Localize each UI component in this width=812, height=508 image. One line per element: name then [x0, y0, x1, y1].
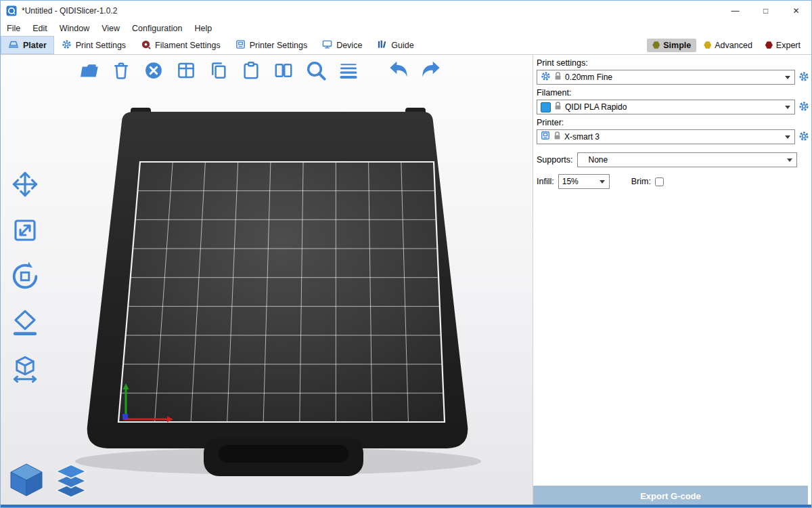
app-window: *Untitled - QIDISlicer-1.0.2 — □ ✕ File … — [0, 0, 812, 508]
editor-3d-view-button[interactable] — [7, 461, 45, 501]
menu-view[interactable]: View — [95, 24, 126, 33]
gear-icon — [541, 71, 551, 84]
tabbar: Plater Print Settings Filament Settings … — [1, 36, 811, 55]
filament-select[interactable]: QIDI PLA Rapido — [537, 100, 795, 114]
window-title: *Untitled - QIDISlicer-1.0.2 — [22, 6, 117, 16]
print-settings-select[interactable]: 0.20mm Fine — [537, 70, 795, 85]
search-icon — [305, 60, 327, 83]
supports-select[interactable]: None — [577, 152, 797, 167]
printer-icon — [541, 131, 550, 143]
menubar: File Edit Window View Configuration Help — [1, 21, 811, 36]
device-monitor-icon — [322, 39, 332, 51]
infill-select[interactable]: 15% — [558, 174, 610, 189]
menu-file[interactable]: File — [1, 24, 26, 33]
print-settings-label: Print settings: — [537, 58, 812, 68]
menu-window[interactable]: Window — [53, 24, 95, 33]
simple-mode-icon — [652, 41, 660, 49]
chevron-down-icon — [785, 135, 790, 139]
printer-gear-button[interactable] — [797, 129, 811, 144]
print-settings-gear-button[interactable] — [797, 70, 811, 85]
printer-select[interactable]: X-smart 3 — [537, 129, 795, 144]
mode-expert[interactable]: Expert — [760, 39, 806, 52]
remove-all-icon — [143, 60, 164, 83]
advanced-mode-icon — [704, 41, 711, 49]
lock-icon — [554, 101, 562, 113]
mode-switcher: Simple Advanced Expert — [647, 36, 811, 54]
move-icon — [11, 170, 39, 200]
layer-lines-icon — [338, 60, 359, 83]
infill-label: Infill: — [537, 177, 554, 186]
tab-plater[interactable]: Plater — [1, 36, 54, 54]
paste-button[interactable] — [239, 59, 263, 83]
mode-expert-label: Expert — [776, 41, 800, 50]
tab-printer-settings[interactable]: Printer Settings — [228, 36, 315, 54]
search-button[interactable] — [304, 59, 328, 83]
place-on-face-tool-button[interactable] — [7, 305, 43, 341]
scale-tool-button[interactable] — [7, 213, 43, 249]
tab-print-settings-label: Print Settings — [76, 41, 126, 50]
printer-icon — [235, 39, 246, 51]
rotate-tool-button[interactable] — [7, 259, 43, 295]
mode-advanced-label: Advanced — [715, 41, 752, 50]
maximize-button[interactable]: □ — [750, 1, 781, 21]
arrange-grid-icon — [176, 60, 196, 83]
chevron-down-icon — [785, 106, 790, 109]
variable-layer-height-button[interactable] — [336, 59, 361, 83]
open-folder-icon — [78, 60, 99, 83]
arrange-button[interactable] — [174, 59, 198, 83]
preview-layers-view-button[interactable] — [53, 463, 89, 501]
menu-edit[interactable]: Edit — [26, 24, 53, 33]
trash-icon — [111, 60, 131, 83]
print-settings-value: 0.20mm Fine — [565, 72, 612, 82]
bed-3d-viewport[interactable] — [1, 55, 533, 506]
paste-clipboard-icon — [241, 60, 261, 83]
guide-book-icon — [377, 39, 387, 51]
split-objects-button[interactable] — [271, 59, 296, 83]
measure-tool-button[interactable] — [7, 352, 43, 387]
gear-icon — [798, 101, 809, 114]
close-button[interactable]: ✕ — [781, 1, 811, 21]
split-icon — [273, 60, 294, 83]
tab-device-label: Device — [336, 41, 362, 50]
filament-gear-button[interactable] — [797, 100, 811, 114]
tab-guide[interactable]: Guide — [369, 36, 421, 54]
chevron-down-icon — [600, 180, 605, 184]
printer-label: Printer: — [537, 118, 812, 127]
delete-button[interactable] — [109, 59, 133, 83]
tab-guide-label: Guide — [391, 41, 413, 50]
tab-filament-settings[interactable]: Filament Settings — [133, 36, 228, 54]
mode-simple[interactable]: Simple — [647, 39, 696, 52]
minimize-button[interactable]: — — [720, 1, 750, 21]
open-file-button[interactable] — [76, 59, 101, 83]
mode-simple-label: Simple — [663, 41, 691, 50]
lock-icon — [554, 71, 562, 83]
copy-icon — [208, 60, 229, 83]
chevron-down-icon — [787, 158, 792, 162]
tab-print-settings[interactable]: Print Settings — [54, 36, 133, 54]
copy-button[interactable] — [206, 59, 231, 83]
delete-all-button[interactable] — [141, 59, 166, 83]
gear-icon — [798, 71, 809, 84]
tab-device[interactable]: Device — [315, 36, 369, 54]
plater-bed-icon — [8, 39, 19, 51]
menu-help[interactable]: Help — [188, 24, 218, 33]
supports-label: Supports: — [537, 155, 573, 165]
flatten-icon — [11, 308, 39, 339]
view-toggles — [7, 461, 89, 501]
move-tool-button[interactable] — [7, 167, 43, 203]
printer-bed — [1, 55, 533, 506]
mode-advanced[interactable]: Advanced — [698, 39, 758, 52]
menu-configuration[interactable]: Configuration — [126, 24, 188, 33]
expert-mode-icon — [765, 41, 773, 49]
cube-3d-icon — [7, 461, 45, 501]
filament-spool-icon — [141, 39, 151, 51]
settings-sidebar: Print settings: 0.20mm Fine Filament: QI… — [533, 55, 812, 506]
brim-label: Brim: — [631, 177, 651, 186]
brim-checkbox[interactable] — [655, 177, 664, 186]
export-gcode-button[interactable]: Export G-code — [533, 486, 808, 506]
gear-icon — [62, 39, 72, 51]
redo-button[interactable] — [419, 59, 443, 83]
tab-printer-settings-label: Printer Settings — [250, 41, 307, 50]
titlebar: *Untitled - QIDISlicer-1.0.2 — □ ✕ — [1, 1, 811, 21]
undo-button[interactable] — [386, 59, 411, 83]
